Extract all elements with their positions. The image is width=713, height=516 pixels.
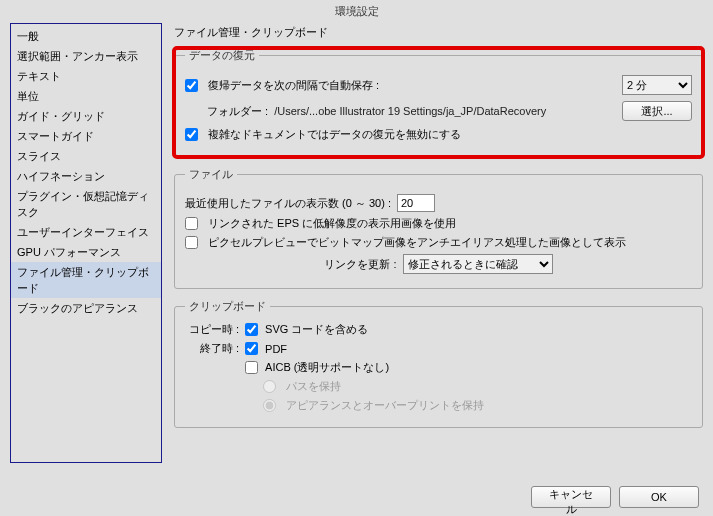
cancel-button[interactable]: キャンセル (531, 486, 611, 508)
pixel-preview-label: ピクセルプレビューでビットマップ画像をアンチエイリアス処理した画像として表示 (208, 235, 626, 250)
svg-checkbox[interactable] (245, 323, 258, 336)
sidebar-item-4[interactable]: ガイド・グリッド (11, 106, 161, 126)
choose-folder-button[interactable]: 選択... (622, 101, 692, 121)
autosave-label: 復帰データを次の間隔で自動保存 : (208, 78, 379, 93)
sidebar-item-11[interactable]: ファイル管理・クリップボード (11, 262, 161, 298)
keep-appearance-label: アピアランスとオーバープリントを保持 (286, 398, 484, 413)
autosave-interval-select[interactable]: 2 分 (622, 75, 692, 95)
file-group: ファイル 最近使用したファイルの表示数 (0 ～ 30) : リンクされた EP… (174, 167, 703, 289)
sidebar-item-10[interactable]: GPU パフォーマンス (11, 242, 161, 262)
recovery-group: データの復元 復帰データを次の間隔で自動保存 : 2 分 フォルダー : /Us… (174, 48, 703, 157)
aicb-checkbox[interactable] (245, 361, 258, 374)
disable-complex-checkbox[interactable] (185, 128, 198, 141)
folder-path: /Users/...obe Illustrator 19 Settings/ja… (274, 105, 546, 117)
sidebar-item-5[interactable]: スマートガイド (11, 126, 161, 146)
ok-button[interactable]: OK (619, 486, 699, 508)
sidebar-item-2[interactable]: テキスト (11, 66, 161, 86)
quit-label: 終了時 : (185, 341, 245, 356)
clipboard-group: クリップボード コピー時 : SVG コードを含める 終了時 : PDF AIC… (174, 299, 703, 428)
sidebar-item-1[interactable]: 選択範囲・アンカー表示 (11, 46, 161, 66)
file-legend: ファイル (185, 167, 237, 182)
sidebar-item-3[interactable]: 単位 (11, 86, 161, 106)
eps-lowres-checkbox[interactable] (185, 217, 198, 230)
window-title: 環境設定 (0, 0, 713, 23)
link-update-select[interactable]: 修正されるときに確認 (403, 254, 553, 274)
recent-files-input[interactable] (397, 194, 435, 212)
keep-appearance-radio (263, 399, 276, 412)
recovery-legend: データの復元 (185, 48, 259, 63)
footer: キャンセル OK (531, 486, 699, 508)
disable-complex-label: 複雑なドキュメントではデータの復元を無効にする (208, 127, 461, 142)
pdf-checkbox[interactable] (245, 342, 258, 355)
sidebar-item-8[interactable]: プラグイン・仮想記憶ディスク (11, 186, 161, 222)
sidebar-item-12[interactable]: ブラックのアピアランス (11, 298, 161, 318)
folder-label: フォルダー : (207, 104, 268, 119)
autosave-checkbox[interactable] (185, 79, 198, 92)
sidebar: 一般選択範囲・アンカー表示テキスト単位ガイド・グリッドスマートガイドスライスハイ… (10, 23, 162, 463)
copy-label: コピー時 : (185, 322, 245, 337)
clipboard-legend: クリップボード (185, 299, 270, 314)
main-panel: ファイル管理・クリップボード データの復元 復帰データを次の間隔で自動保存 : … (174, 23, 703, 463)
recent-files-label: 最近使用したファイルの表示数 (0 ～ 30) : (185, 196, 391, 211)
sidebar-item-9[interactable]: ユーザーインターフェイス (11, 222, 161, 242)
sidebar-item-6[interactable]: スライス (11, 146, 161, 166)
sidebar-item-7[interactable]: ハイフネーション (11, 166, 161, 186)
pdf-label: PDF (265, 343, 287, 355)
aicb-label: AICB (透明サポートなし) (265, 361, 389, 373)
keep-paths-radio (263, 380, 276, 393)
eps-lowres-label: リンクされた EPS に低解像度の表示用画像を使用 (208, 216, 456, 231)
svg-label: SVG コードを含める (265, 323, 368, 335)
sidebar-item-0[interactable]: 一般 (11, 26, 161, 46)
panel-title: ファイル管理・クリップボード (174, 25, 703, 40)
link-update-label: リンクを更新 : (324, 257, 396, 272)
pixel-preview-checkbox[interactable] (185, 236, 198, 249)
keep-paths-label: パスを保持 (286, 379, 341, 394)
